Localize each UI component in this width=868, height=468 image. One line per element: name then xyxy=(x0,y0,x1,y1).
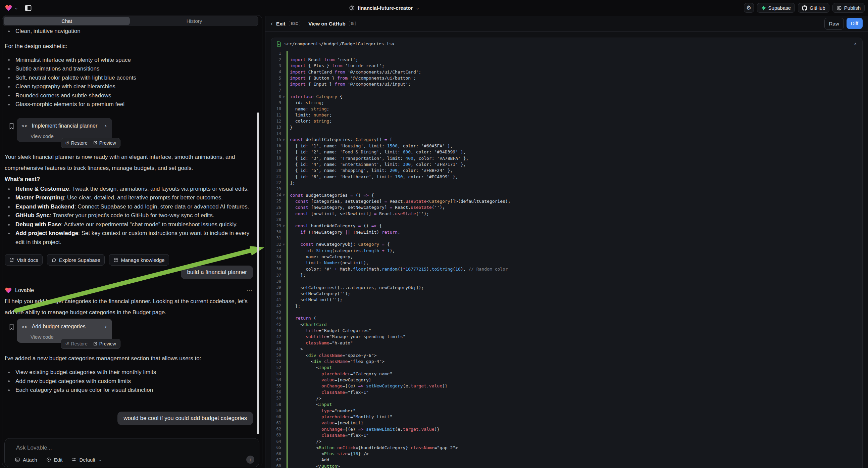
preview-button[interactable]: Preview xyxy=(93,341,116,347)
code-line: 40 setNewCategory(''); xyxy=(271,290,862,296)
line-number: 26 xyxy=(271,205,281,210)
diff-added-gutter xyxy=(286,51,287,468)
bullet-list: Clean, intuitive navigation xyxy=(5,27,253,36)
mode-select[interactable]: Default ⌄ xyxy=(71,457,102,463)
code-text: { id: '6', name: 'Healthcare', limit: 15… xyxy=(286,174,458,179)
fold-chevron-icon[interactable]: ∨ xyxy=(281,138,286,141)
back-chevron-icon[interactable]: ‹ xyxy=(271,20,273,27)
exit-button[interactable]: Exit xyxy=(276,21,285,27)
preview-button[interactable]: Preview xyxy=(93,140,116,146)
code-editor-panel: ‹ Exit ESC View on GitHub G Raw Diff src… xyxy=(265,16,868,468)
code-line: 25 const [categories, setCategories] = R… xyxy=(271,198,862,204)
line-number: 66 xyxy=(271,451,281,456)
code-text: { id: '1', name: 'Housing', limit: 1500,… xyxy=(286,143,453,148)
bullet-dot-icon xyxy=(8,31,10,32)
fold-chevron-icon[interactable]: ∨ xyxy=(281,243,286,246)
sliders-icon xyxy=(71,457,76,462)
chat-paragraph: For the design aesthetic: xyxy=(5,40,253,52)
code-view[interactable]: 12import React from 'react';3import { Pl… xyxy=(271,50,862,468)
tab-history[interactable]: History xyxy=(131,17,257,25)
fold-chevron-icon[interactable]: ∨ xyxy=(281,194,286,197)
project-name[interactable]: financial-future-creator xyxy=(358,5,413,11)
code-text: ]; xyxy=(286,180,295,185)
lovable-logo-icon[interactable] xyxy=(5,4,12,12)
code-text: <div className="flex gap-4"> xyxy=(286,359,384,364)
tab-chat[interactable]: Chat xyxy=(4,17,130,25)
restore-icon: ↺ xyxy=(65,342,69,346)
code-line: 29∨ const handleAddCategory = () => { xyxy=(271,223,862,229)
project-switcher[interactable]: financial-future-creator ⌄ xyxy=(349,0,420,16)
list-item: Minimalist interface with plenty of whit… xyxy=(5,56,253,65)
logo-chevron-down-icon[interactable]: ⌄ xyxy=(14,6,18,10)
line-number: 51 xyxy=(271,359,281,363)
code-text: }; xyxy=(286,303,300,309)
settings-button[interactable]: ⚙ xyxy=(744,3,754,13)
visit-docs-button[interactable]: Visit docs xyxy=(5,254,42,266)
code-line: 59 type="number" xyxy=(271,408,862,414)
line-number: 4 xyxy=(271,69,281,74)
code-text: const newCategoryObj: Category = { xyxy=(286,242,390,247)
chat-composer[interactable]: Ask Lovable... Attach Edit xyxy=(4,438,259,467)
raw-toggle-button[interactable]: Raw xyxy=(825,18,844,30)
code-line: 68 </Button> xyxy=(271,463,862,468)
chat-scrollbar[interactable] xyxy=(257,113,259,434)
chat-message-list[interactable]: Clean, intuitive navigationFor the desig… xyxy=(0,26,262,437)
restore-button[interactable]: ↺Restore xyxy=(65,341,88,347)
publish-button[interactable]: Publish xyxy=(832,3,865,13)
manage-knowledge-button[interactable]: Manage knowledge xyxy=(109,254,169,266)
code-line: 9 id: string; xyxy=(271,100,862,106)
file-path-bar[interactable]: src/components/budget/BudgetCategories.t… xyxy=(271,38,862,50)
github-button[interactable]: GitHub xyxy=(798,3,829,13)
message-menu-button[interactable]: ⋯ xyxy=(246,287,253,294)
code-text: className="flex-1" xyxy=(286,433,369,438)
line-number: 23 xyxy=(271,187,281,192)
code-text: id: string; xyxy=(286,100,324,105)
send-button[interactable]: ↑ xyxy=(246,456,254,464)
code-text: className="flex-1" xyxy=(286,390,369,395)
restore-button[interactable]: ↺Restore xyxy=(65,140,88,146)
attach-button[interactable]: Attach xyxy=(15,457,37,463)
composer-placeholder[interactable]: Ask Lovable... xyxy=(16,444,52,451)
code-line: 18 { id: '3', name: 'Transportation', li… xyxy=(271,155,862,161)
list-item-text: Add new budget categories with custom li… xyxy=(16,378,131,385)
lovable-avatar-icon xyxy=(5,287,12,294)
view-on-github-button[interactable]: View on GitHub xyxy=(308,21,346,27)
code-line: 4import ChartCard from '@/components/ui/… xyxy=(271,69,862,75)
line-number: 8 xyxy=(271,94,281,99)
list-item: Each category gets a unique color for vi… xyxy=(5,386,253,395)
code-text: <Input xyxy=(286,402,332,407)
sidebar-toggle-icon[interactable] xyxy=(24,4,32,12)
code-line: 42 }; xyxy=(271,303,862,309)
bookmark-icon[interactable] xyxy=(9,324,14,330)
code-text: <div className="space-y-6"> xyxy=(286,353,376,358)
fold-chevron-icon[interactable]: ∨ xyxy=(281,95,286,98)
fold-chevron-icon[interactable]: ∨ xyxy=(281,224,286,228)
code-line: 21 { id: '6', name: 'Healthcare', limit:… xyxy=(271,174,862,180)
bookmark-icon[interactable] xyxy=(9,123,14,129)
list-item: Clean typography with clear hierarchies xyxy=(5,82,253,91)
code-line: 51 <div className="flex gap-4"> xyxy=(271,358,862,364)
line-number: 60 xyxy=(271,414,281,419)
supabase-button[interactable]: Supabase xyxy=(757,3,795,13)
bullet-dot-icon xyxy=(8,372,10,373)
list-item: Refine & Customize: Tweak the design, an… xyxy=(5,185,253,194)
code-text: <Button onClick={handleAddCategory} clas… xyxy=(286,445,458,450)
code-text: color: string; xyxy=(286,118,332,123)
list-item-text: : Use clear, detailed, and iterative pro… xyxy=(64,195,223,201)
diff-toggle-button[interactable]: Diff xyxy=(846,18,863,29)
explore-supabase-button[interactable]: Explore Supabase xyxy=(47,254,105,266)
line-number: 20 xyxy=(271,168,281,173)
line-number: 15 xyxy=(271,137,281,142)
code-line: 28 xyxy=(271,216,862,223)
chat-paragraph: I'll help you add budget categories to t… xyxy=(5,296,253,318)
code-brackets-icon: <> xyxy=(22,123,28,128)
list-item: Expand with Backend: Connect Supabase to… xyxy=(5,202,253,211)
list-item-text: Each category gets a unique color for vi… xyxy=(16,387,153,393)
collapse-chevron-up-icon[interactable]: ∧ xyxy=(854,41,857,46)
edit-button[interactable]: Edit xyxy=(46,457,63,463)
list-item-text: : Tweak the design, animations, and layo… xyxy=(69,186,249,192)
code-line: 63 className="flex-1" xyxy=(271,432,862,438)
list-item: GitHub Sync: Transfer your project's cod… xyxy=(5,211,253,220)
code-text: import { Plus } from 'lucide-react'; xyxy=(286,63,384,68)
code-text: <Input xyxy=(286,365,332,370)
